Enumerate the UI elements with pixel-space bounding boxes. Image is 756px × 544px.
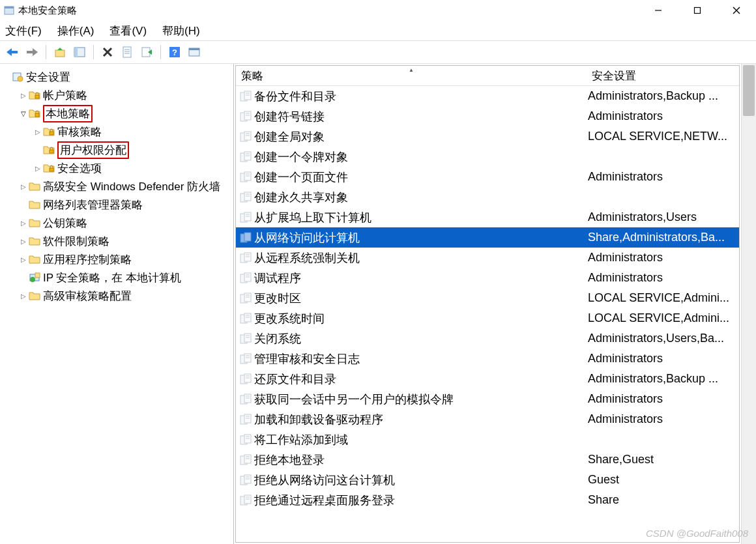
twisty-icon[interactable]: ▷ (18, 238, 29, 245)
tree-label: 高级审核策略配置 (43, 289, 132, 304)
tree-item[interactable]: ▷高级安全 Windows Defender 防火墙 (0, 177, 233, 195)
policy-row[interactable]: 拒绝通过远程桌面服务登录Share (236, 490, 739, 510)
svg-rect-7 (11, 51, 18, 53)
policy-row[interactable]: 将工作站添加到域 (236, 429, 739, 450)
back-button[interactable] (4, 44, 21, 61)
policy-icon (240, 414, 252, 425)
security-settings-icon (12, 71, 23, 83)
twisty-icon[interactable]: ▷ (18, 183, 29, 190)
twisty-icon[interactable]: ▷ (33, 165, 43, 172)
tree-label: IP 安全策略，在 本地计算机 (43, 270, 181, 285)
column-header-setting[interactable]: 安全设置 (587, 66, 739, 85)
properties-button[interactable] (119, 44, 136, 61)
policy-setting: Share,Guest (584, 453, 739, 466)
tree-root[interactable]: 安全设置 (0, 68, 233, 86)
delete-button[interactable] (99, 44, 116, 61)
policy-row[interactable]: 更改系统时间LOCAL SERVICE,Admini... (236, 308, 739, 328)
policy-row[interactable]: 拒绝本地登录Share,Guest (236, 450, 739, 470)
maximize-button[interactable] (678, 0, 717, 21)
svg-rect-31 (50, 150, 53, 153)
policy-row[interactable]: 创建永久共享对象 (236, 187, 739, 207)
svg-rect-1 (5, 7, 14, 8)
tree-item[interactable]: ▷高级审核策略配置 (0, 287, 233, 305)
help-button[interactable]: ? (166, 44, 183, 61)
tree-panel[interactable]: 安全设置 ▷帐户策略▽本地策略▷审核策略用户权限分配▷安全选项▷高级安全 Win… (0, 64, 234, 544)
tree-item[interactable]: ▷软件限制策略 (0, 232, 233, 250)
sort-caret-icon: ▲ (409, 67, 414, 73)
policy-setting: LOCAL SERVICE,Admini... (584, 291, 739, 305)
tree-item[interactable]: ▷审核策略 (0, 122, 233, 141)
policy-row[interactable]: 还原文件和目录Administrators,Backup ... (236, 369, 739, 389)
policy-setting: LOCAL SERVICE,Admini... (584, 311, 739, 325)
policy-row[interactable]: 拒绝从网络访问这台计算机Guest (236, 470, 739, 490)
tree-item[interactable]: 网络列表管理器策略 (0, 195, 233, 214)
policy-name: 创建符号链接 (254, 109, 325, 124)
menu-help[interactable]: 帮助(H) (162, 23, 200, 38)
menu-view[interactable]: 查看(V) (109, 23, 147, 38)
tree-label: 公钥策略 (43, 216, 87, 231)
policy-row[interactable]: 加载和卸载设备驱动程序Administrators (236, 409, 739, 429)
policy-row[interactable]: 创建符号链接Administrators (236, 106, 739, 126)
policy-row[interactable]: 管理审核和安全日志Administrators (236, 349, 739, 369)
twisty-icon[interactable]: ▷ (18, 220, 29, 227)
twisty-icon[interactable]: ▽ (18, 110, 29, 117)
twisty-icon[interactable]: ▷ (18, 256, 29, 263)
tree-item[interactable]: 用户权限分配 (0, 141, 233, 159)
tree-item[interactable]: ▷帐户策略 (0, 86, 233, 104)
policy-icon (240, 111, 252, 122)
twisty-icon[interactable]: ▷ (18, 92, 29, 99)
watermark: CSDN @GoodFaith008 (646, 528, 748, 539)
policy-setting: Administrators (584, 251, 739, 265)
tree-item[interactable]: ▷安全选项 (0, 159, 233, 177)
svg-rect-16 (123, 47, 131, 57)
show-hide-tree-button[interactable] (71, 44, 88, 61)
policy-row[interactable]: 更改时区LOCAL SERVICE,Admini... (236, 288, 739, 308)
policy-icon (240, 494, 252, 506)
svg-rect-3 (695, 8, 701, 14)
tree-item[interactable]: IP 安全策略，在 本地计算机 (0, 268, 233, 287)
menu-file[interactable]: 文件(F) (5, 23, 42, 38)
policy-icon (240, 171, 252, 183)
tree-item[interactable]: ▷应用程序控制策略 (0, 250, 233, 268)
policy-row[interactable]: 备份文件和目录Administrators,Backup ... (236, 86, 739, 106)
menu-action[interactable]: 操作(A) (57, 23, 94, 38)
forward-button[interactable] (23, 44, 40, 61)
policy-row[interactable]: 获取同一会话中另一个用户的模拟令牌Administrators (236, 389, 739, 409)
minimize-button[interactable] (639, 0, 678, 21)
svg-rect-10 (55, 50, 65, 57)
svg-rect-28 (35, 95, 39, 98)
folder-icon (29, 253, 40, 265)
close-button[interactable] (717, 0, 756, 21)
policy-name: 将工作站添加到域 (254, 432, 348, 448)
policy-setting: Administrators,Backup ... (584, 89, 739, 103)
policy-icon (240, 394, 252, 405)
policy-name: 管理审核和安全日志 (254, 351, 360, 367)
new-window-button[interactable] (186, 44, 203, 61)
folder-lock-icon (43, 144, 55, 156)
policy-row[interactable]: 关闭系统Administrators,Users,Ba... (236, 328, 739, 349)
policy-icon (240, 293, 252, 304)
policy-row[interactable]: 从扩展坞上取下计算机Administrators,Users (236, 207, 739, 227)
column-header-policy[interactable]: ▲ 策略 (236, 66, 587, 85)
tree-item[interactable]: ▽本地策略 (0, 104, 233, 122)
folder-lock-icon (29, 107, 40, 119)
folder-lock-icon (43, 126, 55, 137)
export-button[interactable] (138, 44, 155, 61)
policy-setting: Administrators (584, 170, 739, 184)
policy-row[interactable]: 创建一个令牌对象 (236, 147, 739, 167)
policy-icon (240, 373, 252, 385)
policy-row[interactable]: 从网络访问此计算机Share,Administrators,Ba... (236, 227, 739, 248)
policy-row[interactable]: 调试程序Administrators (236, 268, 739, 288)
policy-icon (240, 333, 252, 345)
tree-item[interactable]: ▷公钥策略 (0, 214, 233, 232)
scrollbar-thumb[interactable] (743, 65, 755, 116)
up-button[interactable] (51, 44, 68, 61)
policy-row[interactable]: 创建一个页面文件Administrators (236, 167, 739, 187)
policy-row[interactable]: 创建全局对象LOCAL SERVICE,NETW... (236, 126, 739, 147)
vertical-scrollbar[interactable] (741, 64, 756, 544)
tree-label: 帐户策略 (43, 88, 87, 103)
policy-icon (240, 474, 252, 486)
twisty-icon[interactable]: ▷ (18, 293, 29, 300)
twisty-icon[interactable]: ▷ (33, 128, 43, 136)
policy-row[interactable]: 从远程系统强制关机Administrators (236, 248, 739, 268)
